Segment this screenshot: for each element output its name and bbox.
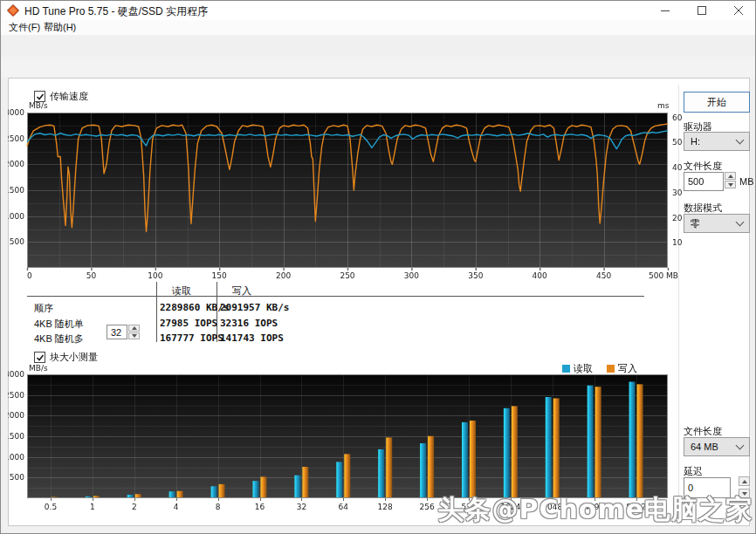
chart-legend: 读取 写入 <box>562 362 637 375</box>
start-button-label: 开始 <box>707 96 726 109</box>
close-button[interactable] <box>720 1 756 20</box>
data-mode-select[interactable]: 零 <box>684 214 750 233</box>
minimize-icon <box>661 6 670 15</box>
transfer-speed-checkbox[interactable]: 传输速度 <box>34 90 88 103</box>
minimize-button[interactable] <box>647 1 684 20</box>
spin-up-icon[interactable] <box>725 172 736 180</box>
maximize-button[interactable] <box>684 1 720 20</box>
file-length-spinner[interactable] <box>725 172 736 188</box>
spin-up-icon[interactable] <box>739 476 750 486</box>
maximize-icon <box>698 6 706 15</box>
transfer-speed-label: 传输速度 <box>50 90 88 103</box>
table-row-read: 27985 IOPS <box>160 318 214 329</box>
block-size-checkbox[interactable]: 块大小测量 <box>34 351 98 364</box>
legend-read-swatch <box>562 365 570 373</box>
thread-count-spinner[interactable] <box>128 325 140 339</box>
table-divider <box>156 282 157 342</box>
app-icon <box>7 4 19 17</box>
file-length-label: 文件长度 <box>684 160 722 173</box>
legend-write-swatch <box>607 365 615 373</box>
drive-select-value: H: <box>691 136 700 147</box>
chevron-down-icon <box>736 136 745 145</box>
data-mode-label: 数据模式 <box>684 202 722 215</box>
table-row-read: 2289860 KB/s <box>160 302 214 313</box>
checkbox-check-icon <box>34 352 45 363</box>
table-row-write: 32316 IOPS <box>220 318 278 329</box>
thread-count-input[interactable]: 32 <box>107 325 127 339</box>
drive-select[interactable]: H: <box>684 132 750 151</box>
title-bar: HD Tune Pro 5.75 - 硬盘/SSD 实用程序 <box>1 1 756 20</box>
spin-down-icon[interactable] <box>725 181 736 188</box>
legend-write: 写入 <box>607 362 637 375</box>
window-title: HD Tune Pro 5.75 - 硬盘/SSD 实用程序 <box>24 4 208 19</box>
thread-count-value: 32 <box>111 327 121 338</box>
file-length-unit: MB <box>739 176 754 187</box>
transfer-chart-canvas <box>8 97 689 282</box>
chevron-down-icon <box>736 218 745 227</box>
block-file-length-value: 64 MB <box>691 442 718 452</box>
chevron-down-icon <box>736 442 745 450</box>
file-length-value: 500 <box>688 176 704 187</box>
legend-write-label: 写入 <box>618 362 637 375</box>
checkbox-check-icon <box>34 91 45 102</box>
table-row-label: 4KB 随机单 <box>34 318 84 331</box>
watermark: 头条@PChome电脑之家 <box>437 492 753 528</box>
block-file-length-select[interactable]: 64 MB <box>684 437 750 456</box>
start-button[interactable]: 开始 <box>684 92 750 113</box>
block-size-label: 块大小测量 <box>50 351 98 364</box>
delay-label: 延迟 <box>684 465 703 478</box>
menu-bar: 文件(F) 帮助(H) <box>1 20 756 35</box>
block-file-length-label: 文件长度 <box>684 425 722 438</box>
table-header-rule <box>27 296 644 297</box>
table-row-label: 4KB 随机多 <box>34 332 84 346</box>
spin-up-icon[interactable] <box>128 325 140 332</box>
legend-read: 读取 <box>562 362 593 375</box>
table-row-read: 167777 IOPS <box>160 332 214 344</box>
table-row-label: 顺序 <box>34 302 53 315</box>
table-row-write: 2091957 KB/s <box>220 302 278 313</box>
tab-toolbar: 基准 信息 健康 错误扫描 文件夹使用 擦除 文件基准 <box>1 57 756 78</box>
data-mode-value: 零 <box>691 217 700 230</box>
close-icon <box>734 6 743 15</box>
menu-help[interactable]: 帮助(H) <box>39 21 80 34</box>
control-row: KINGSTON SNVS1000G (1000 gB) <box>1 35 756 57</box>
file-length-input[interactable]: 500 <box>684 172 724 191</box>
table-row-write: 141743 IOPS <box>220 332 278 344</box>
spin-down-icon[interactable] <box>128 332 140 339</box>
legend-read-label: 读取 <box>574 362 593 375</box>
